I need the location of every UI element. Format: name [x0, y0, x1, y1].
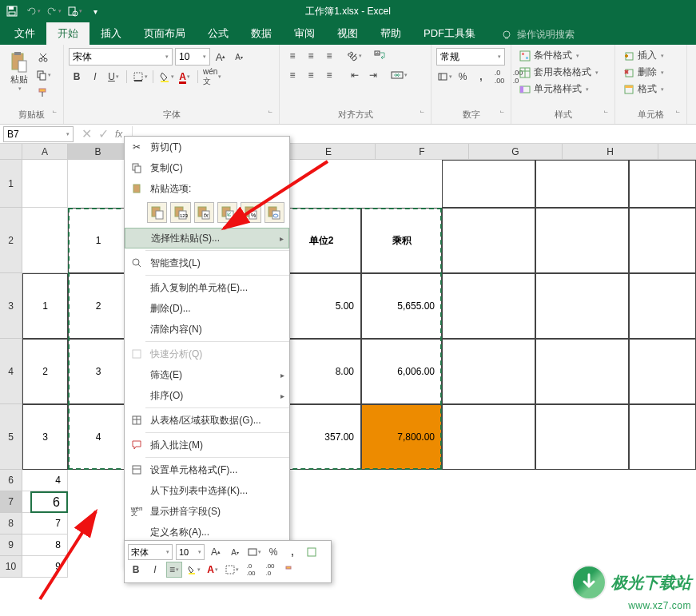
- tab-file[interactable]: 文件: [3, 22, 46, 45]
- increase-font-button[interactable]: A▴: [213, 49, 229, 65]
- cell-b8[interactable]: 7: [30, 513, 68, 535]
- align-right-button[interactable]: ≡: [321, 67, 337, 83]
- tab-data[interactable]: 数据: [240, 22, 283, 45]
- row-header-5[interactable]: 5: [0, 404, 22, 470]
- name-box[interactable]: B7▾: [3, 126, 74, 142]
- mini-format-painter[interactable]: [281, 562, 297, 578]
- paste-opt-values[interactable]: 123: [170, 202, 190, 223]
- align-top-button[interactable]: ≡: [284, 48, 300, 64]
- orientation-button[interactable]: ab▾: [347, 48, 363, 64]
- insert-cells-button[interactable]: 插入▾: [620, 48, 682, 63]
- tab-formula[interactable]: 公式: [197, 22, 240, 45]
- row-header-6[interactable]: 6: [0, 470, 22, 491]
- cm-insert-comment[interactable]: 插入批注(M): [125, 435, 289, 455]
- cell-e3[interactable]: 5,655.00: [361, 273, 442, 339]
- row-header-3[interactable]: 3: [0, 273, 22, 339]
- cell-d5[interactable]: 357.00: [282, 404, 361, 470]
- cell-f1[interactable]: [442, 160, 535, 208]
- mini-bold[interactable]: B: [128, 562, 144, 578]
- cell-d2[interactable]: 单位2: [282, 208, 361, 273]
- mini-increase-font[interactable]: A▴: [208, 544, 224, 560]
- align-left-button[interactable]: ≡: [284, 67, 300, 83]
- comma-button[interactable]: ,: [473, 69, 489, 85]
- row-header-9[interactable]: 9: [0, 535, 22, 556]
- row-header-1[interactable]: 1: [0, 160, 22, 208]
- copy-button[interactable]: ▾: [35, 67, 51, 83]
- cm-cut[interactable]: ✂剪切(T): [125, 137, 289, 157]
- phonetic-button[interactable]: wén文▾: [203, 69, 221, 85]
- col-header-h[interactable]: H: [563, 144, 658, 159]
- cell-f5[interactable]: [442, 404, 535, 470]
- mini-accounting[interactable]: ▾: [246, 544, 262, 560]
- align-center-button[interactable]: ≡: [303, 67, 319, 83]
- active-cell-b7[interactable]: 6: [30, 491, 68, 513]
- percent-button[interactable]: %: [455, 69, 471, 85]
- cm-filter[interactable]: 筛选(E)▸: [125, 364, 289, 385]
- decrease-font-button[interactable]: A▾: [231, 49, 247, 65]
- select-all-corner[interactable]: [0, 144, 22, 159]
- cell-g4[interactable]: [535, 339, 629, 404]
- cell-g1[interactable]: [535, 160, 629, 208]
- cell-h1[interactable]: [629, 160, 696, 208]
- qat-customize-button[interactable]: ▾: [86, 2, 104, 20]
- increase-indent-button[interactable]: ⇥: [365, 67, 381, 83]
- font-name-select[interactable]: 宋体▾: [69, 48, 173, 66]
- tab-insert[interactable]: 插入: [89, 22, 133, 45]
- font-size-select[interactable]: 10▾: [175, 48, 210, 66]
- tab-view[interactable]: 视图: [326, 22, 369, 45]
- border-button[interactable]: ▾: [132, 69, 148, 85]
- cm-paste-special[interactable]: 选择性粘贴(S)...▸: [125, 228, 289, 248]
- cm-copy[interactable]: 复制(C): [125, 157, 289, 178]
- cell-d3[interactable]: 5.00: [282, 273, 361, 339]
- mini-align-center[interactable]: ≡▾: [166, 562, 182, 578]
- cell-g2[interactable]: [535, 208, 629, 273]
- format-cells-button[interactable]: 格式▾: [620, 81, 682, 97]
- redo-button[interactable]: ▾: [45, 2, 62, 20]
- cell-b3[interactable]: 2: [68, 273, 129, 339]
- cell-g3[interactable]: [535, 273, 629, 339]
- cell-h4[interactable]: [629, 339, 696, 404]
- cell-b9[interactable]: 8: [30, 535, 68, 556]
- cell-g5[interactable]: [535, 404, 629, 470]
- format-as-table-button[interactable]: 套用表格格式▾: [516, 65, 610, 80]
- cm-show-pinyin[interactable]: wén文显示拼音字段(S): [125, 501, 289, 522]
- mini-percent[interactable]: %: [265, 544, 281, 560]
- cm-insert-copied[interactable]: 插入复制的单元格(E)...: [125, 277, 289, 298]
- col-header-b[interactable]: B: [68, 144, 129, 159]
- tab-pdf-tools[interactable]: PDF工具集: [412, 22, 487, 45]
- delete-cells-button[interactable]: 删除▾: [620, 65, 682, 80]
- paste-opt-formulas[interactable]: fx: [194, 202, 214, 223]
- merge-center-button[interactable]: ▾: [391, 67, 408, 83]
- cell-h5[interactable]: [629, 404, 696, 470]
- cell-a3[interactable]: 1: [22, 273, 68, 339]
- increase-decimal-button[interactable]: .0.00: [491, 69, 507, 85]
- tab-help[interactable]: 帮助: [369, 22, 412, 45]
- align-bottom-button[interactable]: ≡: [321, 48, 337, 64]
- cm-clear[interactable]: 清除内容(N): [125, 319, 289, 340]
- row-header-10[interactable]: 10: [0, 556, 22, 578]
- cell-a5[interactable]: 3: [22, 404, 68, 470]
- save-button[interactable]: [3, 2, 21, 20]
- row-header-8[interactable]: 8: [0, 513, 22, 535]
- mini-comma[interactable]: ,: [284, 544, 300, 560]
- cell-styles-button[interactable]: 单元格样式▾: [516, 81, 610, 97]
- paste-opt-link[interactable]: [264, 202, 284, 223]
- cell-h3[interactable]: [629, 273, 696, 339]
- mini-inc-decimal[interactable]: .0.00: [243, 562, 259, 578]
- cm-pick-from-list[interactable]: 从下拉列表中选择(K)...: [125, 480, 289, 501]
- wrap-text-button[interactable]: ab: [372, 48, 388, 64]
- cell-a1[interactable]: [22, 160, 68, 208]
- row-header-4[interactable]: 4: [0, 339, 22, 404]
- fill-color-button[interactable]: ▾: [158, 69, 174, 85]
- paste-opt-all[interactable]: [147, 202, 167, 223]
- font-color-button[interactable]: A▾: [177, 69, 193, 85]
- cell-e2[interactable]: 乘积: [361, 208, 442, 273]
- undo-button[interactable]: ▾: [24, 2, 42, 20]
- align-middle-button[interactable]: ≡: [303, 48, 319, 64]
- cm-delete[interactable]: 删除(D)...: [125, 298, 289, 319]
- decrease-indent-button[interactable]: ⇤: [347, 67, 363, 83]
- mini-borders[interactable]: ▾: [224, 562, 240, 578]
- cell-b2[interactable]: 1: [68, 208, 129, 273]
- cell-e4[interactable]: 6,006.00: [361, 339, 442, 404]
- format-painter-button[interactable]: [35, 85, 51, 101]
